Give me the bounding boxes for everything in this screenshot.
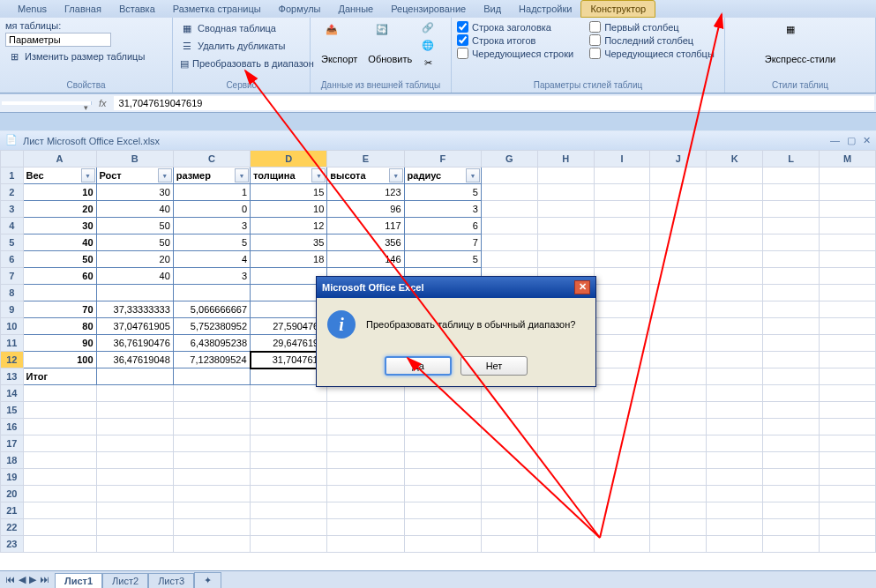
cell[interactable] bbox=[763, 251, 820, 268]
cell[interactable]: 30 bbox=[96, 184, 173, 201]
cell[interactable]: 30 bbox=[23, 218, 96, 234]
cell[interactable] bbox=[763, 536, 820, 553]
sheet-tab[interactable]: Лист2 bbox=[102, 573, 148, 588]
cell[interactable] bbox=[404, 502, 481, 519]
cell[interactable] bbox=[650, 285, 707, 301]
cell[interactable] bbox=[251, 502, 327, 519]
cell[interactable] bbox=[650, 435, 707, 452]
cell[interactable]: 5,752380952 bbox=[173, 318, 250, 335]
cell[interactable] bbox=[537, 218, 594, 234]
cell[interactable] bbox=[650, 469, 707, 486]
remove-duplicates-button[interactable]: ☰Удалить дубликаты bbox=[178, 38, 304, 54]
cell[interactable] bbox=[763, 218, 820, 234]
cell[interactable] bbox=[650, 234, 707, 251]
cell[interactable] bbox=[481, 419, 537, 435]
cell[interactable]: 7 bbox=[404, 234, 481, 251]
table-header[interactable]: размер▼ bbox=[173, 167, 250, 184]
cell[interactable] bbox=[650, 352, 707, 368]
banded-cols-checkbox[interactable]: Чередующиеся столбцы bbox=[589, 47, 715, 60]
cell[interactable]: 20 bbox=[23, 201, 96, 218]
cell[interactable] bbox=[404, 435, 481, 452]
cell[interactable] bbox=[763, 285, 820, 301]
cell[interactable] bbox=[820, 285, 876, 301]
tab-insert[interactable]: Вставка bbox=[110, 1, 164, 17]
tab-home[interactable]: Главная bbox=[56, 1, 110, 17]
cell[interactable] bbox=[173, 285, 250, 301]
cell[interactable]: 50 bbox=[96, 234, 173, 251]
cell[interactable] bbox=[707, 536, 763, 553]
cell[interactable]: 70 bbox=[23, 301, 96, 318]
cell[interactable] bbox=[707, 469, 763, 486]
cell[interactable] bbox=[820, 486, 876, 502]
cell[interactable]: 7,123809524 bbox=[173, 352, 250, 368]
cell[interactable] bbox=[537, 251, 594, 268]
yes-button[interactable]: Да bbox=[385, 356, 452, 376]
cell[interactable] bbox=[481, 486, 537, 502]
cell[interactable] bbox=[327, 469, 404, 486]
cell[interactable]: 3 bbox=[404, 201, 481, 218]
cell[interactable] bbox=[327, 519, 404, 536]
cell[interactable] bbox=[594, 218, 650, 234]
row-header[interactable]: 21 bbox=[1, 502, 24, 519]
cell[interactable] bbox=[650, 385, 707, 402]
row-header[interactable]: 1 bbox=[1, 167, 24, 184]
col-header[interactable]: B bbox=[96, 151, 173, 167]
cell[interactable] bbox=[173, 452, 250, 469]
cell[interactable] bbox=[707, 184, 763, 201]
cell[interactable] bbox=[481, 469, 537, 486]
sheet-tab[interactable]: Лист1 bbox=[55, 573, 102, 588]
cell[interactable]: 20 bbox=[96, 251, 173, 268]
cell[interactable] bbox=[23, 486, 96, 502]
cell[interactable]: 40 bbox=[23, 234, 96, 251]
next-sheet-button[interactable]: ▶ bbox=[27, 574, 38, 585]
cell[interactable] bbox=[537, 419, 594, 435]
cell[interactable] bbox=[327, 419, 404, 435]
prev-sheet-button[interactable]: ◀ bbox=[17, 574, 27, 585]
cell[interactable]: 5 bbox=[404, 184, 481, 201]
cell[interactable]: 117 bbox=[327, 218, 404, 234]
minimize-button[interactable]: — bbox=[830, 135, 840, 146]
cell[interactable] bbox=[537, 469, 594, 486]
header-row-checkbox[interactable]: Строка заголовка bbox=[457, 20, 573, 33]
cell[interactable] bbox=[481, 402, 537, 419]
row-header[interactable]: 10 bbox=[1, 318, 24, 335]
cell[interactable] bbox=[763, 469, 820, 486]
cell[interactable] bbox=[820, 201, 876, 218]
cell[interactable] bbox=[404, 419, 481, 435]
cell[interactable] bbox=[594, 268, 650, 285]
tab-addins[interactable]: Надстройки bbox=[510, 1, 580, 17]
cell[interactable] bbox=[763, 419, 820, 435]
close-button[interactable]: ✕ bbox=[863, 135, 871, 146]
cell[interactable] bbox=[707, 502, 763, 519]
cell[interactable] bbox=[23, 452, 96, 469]
cell[interactable]: 123 bbox=[327, 184, 404, 201]
convert-to-range-button[interactable]: ▤Преобразовать в диапазон bbox=[178, 56, 304, 71]
cell[interactable] bbox=[23, 519, 96, 536]
cell[interactable]: 40 bbox=[96, 201, 173, 218]
cell[interactable]: 35 bbox=[251, 234, 327, 251]
cell[interactable] bbox=[594, 519, 650, 536]
cell[interactable] bbox=[763, 318, 820, 335]
cell[interactable] bbox=[707, 251, 763, 268]
table-header[interactable]: Вес▼ bbox=[23, 167, 96, 184]
cell[interactable]: 3 bbox=[173, 218, 250, 234]
cell[interactable] bbox=[594, 536, 650, 553]
cell[interactable] bbox=[820, 519, 876, 536]
cell[interactable] bbox=[650, 519, 707, 536]
cell[interactable] bbox=[481, 502, 537, 519]
cell[interactable] bbox=[763, 385, 820, 402]
cell[interactable] bbox=[594, 285, 650, 301]
cell[interactable] bbox=[594, 234, 650, 251]
cell[interactable]: 18 bbox=[251, 251, 327, 268]
tab-data[interactable]: Данные bbox=[329, 1, 382, 17]
cell[interactable] bbox=[404, 469, 481, 486]
cell[interactable] bbox=[327, 385, 404, 402]
col-header[interactable]: F bbox=[404, 151, 481, 167]
refresh-button[interactable]: 🔄Обновить bbox=[363, 20, 417, 70]
cell[interactable] bbox=[251, 402, 327, 419]
cell[interactable] bbox=[763, 234, 820, 251]
first-sheet-button[interactable]: ⏮ bbox=[4, 574, 17, 585]
cell[interactable] bbox=[481, 251, 537, 268]
cell[interactable] bbox=[707, 301, 763, 318]
cell[interactable] bbox=[820, 402, 876, 419]
